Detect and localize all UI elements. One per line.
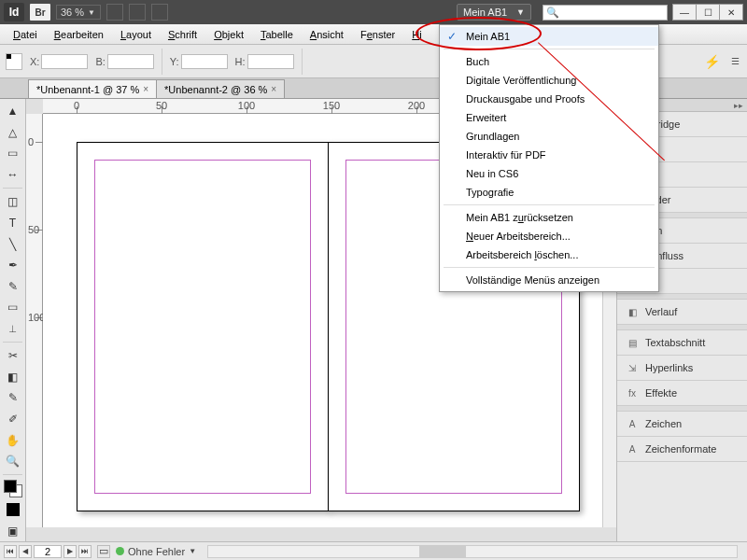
check-icon: ✓ — [447, 30, 457, 43]
quick-apply-icon[interactable]: ⚡ — [702, 52, 721, 71]
tool-page[interactable]: ▭ — [2, 144, 24, 163]
panel-verlauf[interactable]: ◧Verlauf — [617, 300, 747, 325]
app-logo-indesign: Id — [4, 3, 24, 21]
workspace-menu-item[interactable]: Typografie — [440, 183, 658, 202]
open-icon[interactable]: ▭ — [97, 545, 110, 558]
help-search[interactable]: 🔍 — [543, 5, 668, 21]
panel-icon: fx — [625, 386, 640, 399]
page-field[interactable] — [34, 545, 62, 558]
tool-eyedrop[interactable]: ✐ — [2, 410, 24, 429]
menu-bearbeiten[interactable]: Bearbeiten — [47, 27, 111, 42]
tool-pencil[interactable]: ✎ — [2, 276, 24, 296]
panel-menu-icon[interactable]: ☰ — [728, 52, 741, 71]
tool-dsel[interactable]: △ — [2, 123, 24, 143]
status-ok-icon — [116, 547, 124, 555]
reference-point-icon[interactable] — [6, 53, 22, 70]
arrange-docs-icon[interactable] — [151, 4, 168, 21]
panel-icon: A — [625, 442, 640, 455]
tool-shear[interactable]: ⟂ — [2, 319, 24, 339]
tool-pen[interactable]: ✒ — [2, 256, 24, 275]
panel-icon: ◧ — [625, 305, 640, 318]
panel-icon: ⇲ — [625, 361, 640, 374]
workspace-menu-item[interactable]: Interaktiv für PDF — [440, 146, 658, 164]
menu-hi[interactable]: Hi — [404, 27, 429, 42]
workspace-menu-item[interactable]: Vollständige Menüs anzeigen — [440, 271, 658, 289]
swatch-fill-stroke[interactable] — [4, 480, 22, 497]
page-left[interactable] — [77, 142, 329, 511]
zoom-dropdown[interactable]: 36 %▼ — [56, 5, 101, 20]
close-tab-icon[interactable]: × — [271, 84, 276, 94]
y-field[interactable] — [181, 54, 228, 69]
panel-zeichen[interactable]: AZeichen — [617, 412, 747, 437]
tool-grad[interactable]: ◧ — [2, 368, 24, 387]
first-page-icon[interactable]: ⏮ — [4, 545, 17, 558]
panel-zeichenformate[interactable]: AZeichenformate — [617, 437, 747, 462]
workspace-menu-item[interactable]: Arbeitsbereich löschen... — [440, 245, 658, 264]
document-tab[interactable]: *Unbenannt-2 @ 36 %× — [156, 79, 285, 98]
tool-hand[interactable]: ✋ — [2, 430, 24, 450]
workspace-menu-item[interactable]: ✓Mein AB1 — [440, 27, 658, 46]
search-icon: 🔍 — [546, 7, 559, 19]
tool-gap[interactable]: ↔ — [2, 165, 24, 185]
tool-type[interactable]: T — [2, 214, 24, 233]
document-tab[interactable]: *Unbenannt-1 @ 37 %× — [28, 79, 157, 98]
workspace-switcher-button[interactable]: Mein AB1▼ — [457, 4, 531, 21]
next-page-icon[interactable]: ▶ — [63, 545, 77, 558]
menu-tabelle[interactable]: Tabelle — [253, 27, 301, 42]
chevron-down-icon: ▼ — [516, 7, 525, 17]
panel-icon: ▤ — [625, 336, 640, 349]
menu-fenster[interactable]: Fenster — [353, 27, 402, 42]
tool-zoom[interactable]: 🔍 — [2, 452, 24, 471]
view-options-icon[interactable] — [106, 4, 123, 21]
workspace-menu-item[interactable]: Mein AB1 zurücksetzen — [440, 208, 658, 227]
w-field[interactable] — [107, 54, 154, 69]
menu-layout[interactable]: Layout — [113, 27, 159, 42]
workspace-menu-item[interactable]: Druckausgabe und Proofs — [440, 90, 658, 108]
workspace-menu-item[interactable]: Grundlagen — [440, 127, 658, 146]
toolbox: ▲△▭↔◫T╲✒✎▭⟂✂◧✎✐✋🔍▣ — [0, 99, 26, 541]
maximize-button[interactable]: ☐ — [696, 4, 720, 21]
tool-rect[interactable]: ▭ — [2, 298, 24, 317]
help-search-input[interactable] — [561, 7, 664, 18]
minimize-button[interactable]: — — [672, 4, 697, 21]
screen-mode-icon[interactable] — [129, 4, 146, 21]
workspace-menu: ✓Mein AB1BuchDigitale VeröffentlichungDr… — [439, 24, 659, 292]
prev-page-icon[interactable]: ◀ — [19, 545, 32, 558]
workspace-menu-item[interactable]: Neuer Arbeitsbereich... — [440, 227, 658, 245]
close-tab-icon[interactable]: × — [143, 84, 148, 94]
ruler-vertical: 050100 — [26, 114, 43, 527]
tool-scissors[interactable]: ✂ — [2, 346, 24, 366]
status-bar: ⏮ ◀ ▶ ⏭ ▭ Ohne Fehler ▼ — [0, 541, 747, 560]
tool-fill[interactable]: ◫ — [2, 192, 24, 212]
window-controls: — ☐ ✕ — [673, 4, 743, 21]
tool-sel[interactable]: ▲ — [2, 102, 24, 121]
menu-datei[interactable]: Datei — [6, 27, 45, 42]
page-navigator[interactable]: ⏮ ◀ ▶ ⏭ — [4, 545, 92, 558]
scrollbar-horizontal[interactable] — [207, 545, 738, 558]
panel-hyperlinks[interactable]: ⇲Hyperlinks — [617, 356, 747, 381]
app-logo-bridge[interactable]: Br — [30, 4, 50, 21]
app-bar: Id Br 36 %▼ Mein AB1▼ 🔍 — ☐ ✕ — [0, 0, 747, 24]
workspace-menu-item[interactable]: Erweitert — [440, 108, 658, 127]
menu-objekt[interactable]: Objekt — [206, 27, 251, 42]
preflight-status[interactable]: Ohne Fehler ▼ — [116, 546, 196, 557]
margin-guide — [94, 160, 311, 494]
last-page-icon[interactable]: ⏭ — [78, 545, 92, 558]
tool-line[interactable]: ╲ — [2, 234, 24, 254]
view-mode-icon[interactable]: ▣ — [2, 521, 24, 540]
h-field[interactable] — [247, 54, 294, 69]
close-button[interactable]: ✕ — [719, 4, 743, 21]
panel-textabschnitt[interactable]: ▤Textabschnitt — [617, 330, 747, 356]
x-field[interactable] — [41, 54, 88, 69]
workspace-menu-item[interactable]: Digitale Veröffentlichung — [440, 71, 658, 90]
apply-color-icon[interactable] — [2, 500, 24, 520]
menu-schrift[interactable]: Schrift — [161, 27, 204, 42]
tool-note[interactable]: ✎ — [2, 388, 24, 408]
workspace-menu-item[interactable]: Buch — [440, 52, 658, 71]
panel-icon: A — [625, 417, 640, 430]
menu-ansicht[interactable]: Ansicht — [303, 27, 351, 42]
panel-effekte[interactable]: fxEffekte — [617, 381, 747, 406]
workspace-menu-item[interactable]: Neu in CS6 — [440, 164, 658, 183]
